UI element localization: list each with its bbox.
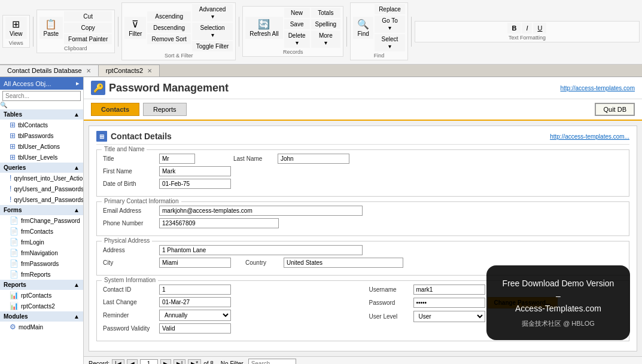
filter-button[interactable]: ⊽ Filter bbox=[124, 17, 146, 39]
nav-item-rptcontacts2[interactable]: 📊rptContacts2 bbox=[0, 301, 83, 311]
bold-button[interactable]: B bbox=[507, 23, 521, 33]
nav-collapse-icon[interactable]: ▸ bbox=[76, 79, 80, 87]
quit-button[interactable]: Quit DB bbox=[595, 103, 635, 116]
nav-section-queries[interactable]: Queries ▲ bbox=[0, 163, 83, 173]
selection-button[interactable]: Selection ▾ bbox=[192, 23, 233, 40]
nav-item-rptcontacts[interactable]: 📊rptContacts bbox=[0, 290, 83, 301]
nav-item-frmnav[interactable]: 📄frmNavigation bbox=[0, 247, 83, 258]
first-name-input[interactable] bbox=[159, 166, 231, 176]
nav-section-forms[interactable]: Forms ▲ bbox=[0, 205, 83, 215]
left-nav: All Access Obj... ▸ 🔍 Tables ▲ ⊞tblConta… bbox=[0, 77, 84, 364]
user-level-select[interactable]: User Admin Manager bbox=[413, 311, 485, 322]
underline-button[interactable]: U bbox=[533, 23, 546, 33]
filter-icon: ⊽ bbox=[132, 19, 139, 30]
new-button[interactable]: New bbox=[284, 8, 310, 18]
nav-item-tblcontacts[interactable]: ⊞tblContacts bbox=[0, 120, 83, 130]
remove-sort-button[interactable]: Remove Sort bbox=[147, 34, 190, 44]
password-input[interactable] bbox=[413, 298, 485, 308]
goto-button[interactable]: Go To ▾ bbox=[375, 16, 405, 33]
totals-button[interactable]: Totals bbox=[311, 8, 341, 18]
demo-line1: Free Download Demo Version – bbox=[501, 277, 616, 302]
email-input[interactable] bbox=[159, 206, 363, 216]
view-icon: ⊞ bbox=[12, 19, 20, 30]
find-label: Find bbox=[374, 53, 385, 59]
nav-item-qry2[interactable]: !qryUsers_and_Passwords bbox=[0, 183, 83, 194]
nav-item-tbluser-levels[interactable]: ⊞tblUser_Levels bbox=[0, 152, 83, 163]
nav-search-input[interactable] bbox=[2, 91, 81, 101]
tab-close-0[interactable]: ✕ bbox=[86, 68, 91, 74]
nav-item-tblpasswords[interactable]: ⊞tblPasswords bbox=[0, 130, 83, 141]
contact-id-input[interactable] bbox=[159, 285, 231, 295]
last-change-input[interactable] bbox=[159, 297, 231, 307]
nav-item-qry1[interactable]: !qryInsert_into_User_Actions bbox=[0, 173, 83, 183]
nav-item-frmreports[interactable]: 📄frmReports bbox=[0, 269, 83, 280]
select-button[interactable]: Select ▾ bbox=[375, 34, 405, 51]
last-change-row: Last Change bbox=[103, 297, 357, 307]
phone-input[interactable] bbox=[159, 218, 279, 228]
copy-button[interactable]: Copy bbox=[64, 23, 112, 33]
record-prev-button[interactable]: ◀ bbox=[127, 359, 138, 364]
last-name-label: Last Name bbox=[233, 155, 275, 162]
cut-button[interactable]: Cut bbox=[64, 11, 112, 22]
dob-input[interactable] bbox=[159, 179, 231, 189]
password-label: Password bbox=[369, 299, 411, 306]
record-first-button[interactable]: |◀ bbox=[112, 359, 124, 364]
nav-item-modmain[interactable]: ⚙modMain bbox=[0, 322, 83, 332]
paste-button[interactable]: 📋 Paste bbox=[39, 17, 63, 39]
ribbon-group-text-formatting: B I U Text Formatting bbox=[415, 21, 640, 42]
tab-close-1[interactable]: ✕ bbox=[147, 68, 152, 74]
nav-item-frmpasswords[interactable]: 📄frmPasswords bbox=[0, 258, 83, 269]
nav-section-tables[interactable]: Tables ▲ bbox=[0, 109, 83, 120]
record-new-button[interactable]: ▶* bbox=[188, 359, 201, 364]
advanced-button[interactable]: Advanced ▾ bbox=[192, 4, 233, 22]
descending-button[interactable]: Descending bbox=[147, 23, 190, 33]
record-last-button[interactable]: ▶| bbox=[174, 359, 186, 364]
form-icon: 📄 bbox=[10, 216, 19, 225]
btn-bar: Contacts Reports Quit DB bbox=[84, 99, 642, 121]
nav-item-tbluser-actions[interactable]: ⊞tblUser_Actions bbox=[0, 141, 83, 152]
nav-item-frmcontacts[interactable]: 📄frmContacts bbox=[0, 226, 83, 237]
title-input[interactable] bbox=[159, 154, 195, 164]
last-name-input[interactable] bbox=[278, 154, 349, 164]
ascending-button[interactable]: Ascending bbox=[147, 11, 190, 22]
record-nav: Record: |◀ ◀ ▶ ▶| ▶* of 8 No Filter bbox=[84, 356, 642, 364]
nav-section-modules[interactable]: Modules ▲ bbox=[0, 311, 83, 322]
format-painter-button[interactable]: Format Painter bbox=[64, 34, 112, 44]
city-input[interactable] bbox=[159, 258, 231, 268]
reminder-select[interactable]: Annually bbox=[159, 310, 231, 321]
italic-button[interactable]: I bbox=[522, 23, 532, 33]
records-label: Records bbox=[283, 49, 303, 55]
nav-section-reports[interactable]: Reports ▲ bbox=[0, 280, 83, 290]
section-toggle-icon: ▲ bbox=[74, 111, 80, 118]
contact-id-label: Contact ID bbox=[103, 286, 157, 293]
record-next-button[interactable]: ▶ bbox=[160, 359, 171, 364]
spelling-button[interactable]: Spelling bbox=[311, 19, 341, 29]
pm-link[interactable]: http://access-templates.com bbox=[561, 85, 635, 91]
no-filter-label: No Filter bbox=[221, 360, 244, 364]
delete-button[interactable]: Delete ▾ bbox=[284, 30, 310, 48]
pw-validity-input[interactable] bbox=[159, 323, 231, 334]
record-current-input[interactable] bbox=[140, 359, 158, 364]
nav-item-frmlogin[interactable]: 📄frmLogin bbox=[0, 237, 83, 247]
record-search-input[interactable] bbox=[248, 359, 296, 364]
dob-row: Date of Birth bbox=[103, 179, 623, 189]
username-input[interactable] bbox=[413, 285, 485, 295]
more-button[interactable]: More ▾ bbox=[311, 30, 341, 48]
nav-item-qry3[interactable]: !qryUsers_and_Passwords2 bbox=[0, 194, 83, 205]
text-formatting-label: Text Formatting bbox=[509, 35, 546, 41]
address-label: Address bbox=[103, 247, 157, 253]
save-button[interactable]: Save bbox=[284, 19, 310, 29]
country-input[interactable] bbox=[284, 258, 403, 268]
reports-button[interactable]: Reports bbox=[143, 103, 187, 116]
contacts-button[interactable]: Contacts bbox=[91, 103, 139, 116]
tab-rptcontacts2[interactable]: rptContacts2 ✕ bbox=[99, 65, 160, 77]
address-input[interactable] bbox=[159, 245, 363, 255]
replace-button[interactable]: Replace bbox=[375, 4, 405, 14]
toggle-filter-button[interactable]: Toggle Filter bbox=[192, 41, 233, 51]
nav-item-frmchange[interactable]: 📄frmChange_Password bbox=[0, 215, 83, 226]
find-button[interactable]: 🔍 Find bbox=[353, 17, 373, 39]
view-button[interactable]: ⊞ View bbox=[5, 17, 27, 39]
refresh-all-button[interactable]: 🔄 Refresh All bbox=[245, 17, 282, 39]
tab-contact-details-db[interactable]: Contact Details Database ✕ bbox=[0, 65, 99, 77]
cd-link[interactable]: http://access-templates.com... bbox=[550, 133, 629, 140]
